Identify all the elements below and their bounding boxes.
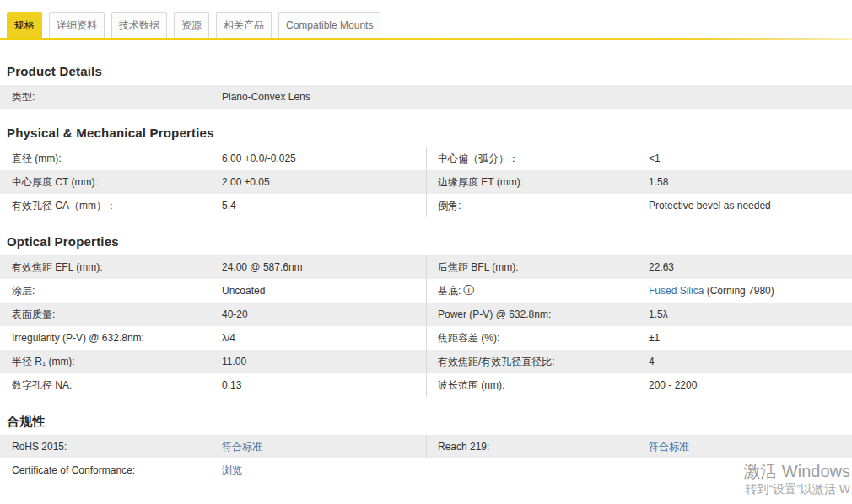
table-row: 中心厚度 CT (mm): 2.00 ±0.05 边缘厚度 ET (mm): 1… xyxy=(0,170,852,194)
spec-cell: 波长范围 (nm): 200 - 2200 xyxy=(426,373,852,397)
table-row: 类型: Plano-Convex Lens xyxy=(0,85,852,109)
tab-details[interactable]: 详细资料 xyxy=(49,12,105,38)
spec-cell: 中心厚度 CT (mm): 2.00 ±0.05 xyxy=(0,170,426,194)
tab-compatible-mounts[interactable]: Compatible Mounts xyxy=(278,12,380,38)
table-row: Certificate of Conformance: 浏览 xyxy=(0,458,852,482)
spec-label: 数字孔径 NA: xyxy=(12,378,222,393)
table-row: 直径 (mm): 6.00 +0.0/-0.025 中心偏（弧分）： <1 xyxy=(0,147,852,170)
tab-bar: 规格 详细资料 技术数据 资源 相关产品 Compatible Mounts xyxy=(0,0,852,38)
spec-cell: 焦距容差 (%): ±1 xyxy=(426,326,852,350)
spec-label: 有效焦距/有效孔径直径比: xyxy=(438,355,649,369)
spec-cell: 边缘厚度 ET (mm): 1.58 xyxy=(426,170,852,194)
section-physical-mechanical: Physical & Mechanical Properties 直径 (mm)… xyxy=(0,126,852,217)
section-title-compliance: 合规性 xyxy=(7,414,852,428)
spec-label: 有效孔径 CA（mm）： xyxy=(12,199,222,213)
table-row: 表面质量: 40-20 Power (P-V) @ 632.8nm: 1.5λ xyxy=(0,303,852,326)
watermark-line2: 转到“设置”以激活 W xyxy=(743,481,850,497)
spec-cell: 半径 R₁ (mm): 11.00 xyxy=(0,350,426,373)
rohs-compliant-link[interactable]: 符合标准 xyxy=(222,441,262,453)
spec-cell: 中心偏（弧分）： <1 xyxy=(426,147,852,170)
spec-value: 符合标准 xyxy=(649,440,689,454)
section-product-details: Product Details 类型: Plano-Convex Lens xyxy=(0,64,852,109)
spec-label: Certificate of Conformance: xyxy=(12,464,222,476)
spec-value: 浏览 xyxy=(222,464,242,478)
spec-value: Protective bevel as needed xyxy=(649,200,771,212)
tab-related-products[interactable]: 相关产品 xyxy=(216,12,272,38)
spec-label: Reach 219: xyxy=(438,441,649,453)
spec-value: 5.4 xyxy=(222,200,236,212)
spec-cell: 表面质量: 40-20 xyxy=(0,303,426,326)
spec-cell: Reach 219: 符合标准 xyxy=(426,435,852,458)
spec-cell: 类型: Plano-Convex Lens xyxy=(0,85,852,109)
substrate-link[interactable]: Fused Silica xyxy=(649,285,704,297)
spec-value: ±1 xyxy=(649,332,660,344)
table-row: 有效孔径 CA（mm）： 5.4 倒角: Protective bevel as… xyxy=(0,194,852,217)
spec-value: 6.00 +0.0/-0.025 xyxy=(222,153,296,164)
spec-label: 类型: xyxy=(12,90,222,105)
spec-cell: 有效孔径 CA（mm）： 5.4 xyxy=(0,194,426,217)
spec-label: 有效焦距 EFL (mm): xyxy=(12,260,222,275)
spec-cell: Certificate of Conformance: 浏览 xyxy=(0,458,426,482)
spec-value: Uncoated xyxy=(222,285,265,297)
section-title-physical-mechanical: Physical & Mechanical Properties xyxy=(7,126,852,140)
table-row: RoHS 2015: 符合标准 Reach 219: 符合标准 xyxy=(0,435,852,458)
spec-label: 波长范围 (nm): xyxy=(438,378,649,393)
table-row: 涂层: Uncoated 基底:ⓘ Fused Silica (Corning … xyxy=(0,279,852,303)
spec-value: <1 xyxy=(649,153,661,164)
spec-value: 1.58 xyxy=(649,176,668,188)
substrate-suffix: (Corning 7980) xyxy=(704,285,774,297)
spec-label: 中心偏（弧分）： xyxy=(438,152,649,166)
spec-label: 半径 R₁ (mm): xyxy=(12,355,222,369)
spec-cell: 有效焦距 EFL (mm): 24.00 @ 587.6nm xyxy=(0,255,426,279)
spec-label: 表面质量: xyxy=(12,308,222,322)
tab-specifications[interactable]: 规格 xyxy=(7,12,42,38)
spec-label: RoHS 2015: xyxy=(12,441,222,453)
spec-label: 中心厚度 CT (mm): xyxy=(12,175,222,190)
spec-cell: 涂层: Uncoated xyxy=(0,279,426,303)
tab-resources[interactable]: 资源 xyxy=(174,12,209,38)
spec-value: 符合标准 xyxy=(222,440,262,454)
spec-label: 后焦距 BFL (mm): xyxy=(438,260,649,275)
spec-value: 11.00 xyxy=(222,356,246,367)
info-icon[interactable]: ⓘ xyxy=(463,284,474,297)
spec-label-substrate: 基底:ⓘ xyxy=(438,283,649,298)
spec-label: 直径 (mm): xyxy=(12,152,222,166)
spec-value: 4 xyxy=(649,356,655,367)
table-row: 半径 R₁ (mm): 11.00 有效焦距/有效孔径直径比: 4 xyxy=(0,350,852,373)
tab-technical-data[interactable]: 技术数据 xyxy=(111,12,167,38)
spec-value: 0.13 xyxy=(222,379,241,391)
reach-compliant-link[interactable]: 符合标准 xyxy=(649,441,689,453)
spec-label: Power (P-V) @ 632.8nm: xyxy=(438,308,649,320)
spec-cell: 数字孔径 NA: 0.13 xyxy=(0,373,426,397)
spec-value: 1.5λ xyxy=(649,308,668,320)
spec-value: 22.63 xyxy=(649,261,674,273)
spec-label: Irregularity (P-V) @ 632.8nm: xyxy=(12,332,222,344)
spec-cell: 倒角: Protective bevel as needed xyxy=(426,194,852,217)
spec-cell-empty xyxy=(426,458,852,482)
section-optical: Optical Properties 有效焦距 EFL (mm): 24.00 … xyxy=(0,234,852,397)
spec-label: 倒角: xyxy=(438,199,649,213)
spec-cell: 直径 (mm): 6.00 +0.0/-0.025 xyxy=(0,147,426,170)
coc-view-link[interactable]: 浏览 xyxy=(222,464,242,476)
spec-cell: Power (P-V) @ 632.8nm: 1.5λ xyxy=(426,303,852,326)
spec-label: 涂层: xyxy=(12,284,222,298)
section-compliance: 合规性 RoHS 2015: 符合标准 Reach 219: 符合标准 Cert… xyxy=(0,414,852,482)
table-row: Irregularity (P-V) @ 632.8nm: λ/4 焦距容差 (… xyxy=(0,326,852,350)
spec-cell: 基底:ⓘ Fused Silica (Corning 7980) xyxy=(426,279,852,303)
substrate-tooltip-label[interactable]: 基底: xyxy=(438,285,461,298)
spec-cell: Irregularity (P-V) @ 632.8nm: λ/4 xyxy=(0,326,426,350)
spec-label: 焦距容差 (%): xyxy=(438,331,649,346)
table-row: 数字孔径 NA: 0.13 波长范围 (nm): 200 - 2200 xyxy=(0,373,852,397)
spec-value: 24.00 @ 587.6nm xyxy=(222,261,303,273)
spec-value: Fused Silica (Corning 7980) xyxy=(649,285,774,297)
spec-value: Plano-Convex Lens xyxy=(222,91,310,103)
spec-cell: 有效焦距/有效孔径直径比: 4 xyxy=(426,350,852,373)
section-title-optical: Optical Properties xyxy=(7,234,852,249)
tab-underline xyxy=(0,38,852,40)
spec-cell: RoHS 2015: 符合标准 xyxy=(0,435,426,458)
spec-value: λ/4 xyxy=(222,332,235,344)
section-title-product-details: Product Details xyxy=(7,64,852,78)
table-row: 有效焦距 EFL (mm): 24.00 @ 587.6nm 后焦距 BFL (… xyxy=(0,255,852,279)
spec-value: 200 - 2200 xyxy=(649,379,697,391)
spec-value: 2.00 ±0.05 xyxy=(222,176,270,188)
